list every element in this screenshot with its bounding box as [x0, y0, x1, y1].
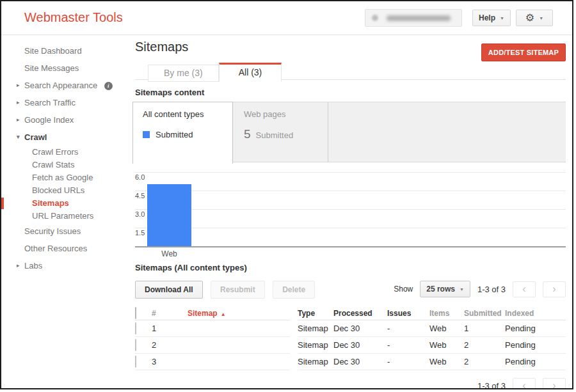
show-label: Show [394, 285, 413, 294]
col-header-num[interactable]: # [152, 309, 188, 318]
sidebar-item-fetch-as-google[interactable]: Fetch as Google [1, 171, 127, 184]
legend-row: Submitted [143, 130, 232, 139]
expand-right-icon: ▸ [17, 94, 20, 111]
sidebar-item-site-dashboard[interactable]: Site Dashboard [1, 42, 127, 59]
sidebar-item-blocked-urls[interactable]: Blocked URLs [1, 184, 127, 197]
web-pages-count-label: Submitted [256, 130, 294, 140]
redacted-site-url [387, 15, 451, 21]
gear-icon: ⚙ [525, 13, 534, 23]
y-tick-label: 4.5 [135, 192, 145, 200]
rows-per-page-dropdown[interactable]: 25 rows ▼ [420, 281, 470, 297]
settings-button[interactable]: ⚙ ▼ [516, 10, 553, 26]
submitted-legend-label: Submitted [156, 130, 193, 139]
help-button[interactable]: Help ▼ [472, 10, 511, 26]
expand-right-icon: ▸ [17, 257, 20, 274]
submitted-bar-chart: 6.0 4.5 3.0 1.5 Web [135, 169, 566, 255]
table-row: 3 Sitemap Dec 30 - Web 2 Pending [135, 354, 566, 370]
tab-all[interactable]: All (3) [219, 63, 282, 82]
download-all-button[interactable]: Download All [135, 281, 203, 299]
sitemaps-content-heading: Sitemaps content [135, 88, 566, 98]
expand-down-icon: ▾ [17, 129, 20, 146]
submitted-legend-swatch [143, 131, 150, 138]
webmaster-tools-window: Webmaster Tools Help ▼ ⚙ ▼ Site Dashboar… [0, 0, 573, 389]
col-header-items[interactable]: Items [429, 309, 464, 318]
sidebar-item-other-resources[interactable]: Other Resources [1, 240, 127, 257]
sitemaps-table-heading: Sitemaps (All content types) [135, 263, 566, 273]
toolbar-right-cluster: Show 25 rows ▼ 1-3 of 3 ‹ › [394, 281, 566, 297]
main-content: Sitemaps ADD/TEST SITEMAP By me (3)All (… [127, 36, 572, 388]
sidebar-item-site-messages[interactable]: Site Messages [1, 59, 127, 77]
next-page-button[interactable]: › [543, 378, 566, 389]
prev-page-button[interactable]: ‹ [513, 281, 536, 297]
add-test-sitemap-button[interactable]: ADD/TEST SITEMAP [481, 43, 566, 61]
caret-down-icon: ▼ [539, 16, 543, 20]
card-web-title: Web pages [244, 109, 328, 119]
gridline [135, 209, 566, 210]
site-selector-button[interactable] [365, 9, 462, 27]
card-all-title: All content types [143, 109, 232, 119]
caret-down-icon: ▼ [460, 287, 464, 292]
gridline [135, 191, 566, 191]
col-header-sitemap[interactable]: Sitemap▲ [188, 309, 290, 318]
y-tick-label: 6.0 [135, 173, 145, 181]
sidebar-item-security-issues[interactable]: Security Issues [1, 223, 127, 240]
y-tick-label: 3.0 [135, 210, 145, 218]
redacted-site-favicon [372, 15, 378, 21]
table-row: 1 Sitemap Dec 30 - Web 1 Pending [135, 320, 566, 337]
sidebar-item-google-index[interactable]: ▸ Google Index [1, 111, 127, 129]
select-all-checkbox[interactable] [135, 307, 136, 319]
chevron-right-icon: › [552, 283, 556, 294]
app-logo: Webmaster Tools [24, 10, 123, 25]
top-header: Webmaster Tools Help ▼ ⚙ ▼ [1, 1, 572, 35]
tab-bar: By me (3)All (3) [135, 63, 566, 80]
info-icon[interactable]: i [104, 82, 113, 90]
row-checkbox[interactable] [135, 356, 136, 368]
table-row: 2 Sitemap Dec 30 - Web 2 Pending [135, 337, 566, 354]
help-label: Help [479, 13, 495, 22]
pagination-range: 1-3 of 3 [477, 381, 506, 389]
sidebar-nav: Site Dashboard Site Messages ▸ Search Ap… [1, 36, 127, 388]
chevron-right-icon: › [552, 380, 556, 389]
web-pages-count: 5 [244, 127, 251, 141]
sort-asc-icon: ▲ [221, 311, 226, 317]
next-page-button[interactable]: › [543, 281, 566, 297]
sidebar-item-sitemaps[interactable]: Sitemaps [1, 197, 127, 210]
col-header-issues[interactable]: Issues [387, 309, 429, 318]
card-web-pages[interactable]: Web pages 5 Submitted [233, 102, 328, 162]
row-checkbox[interactable] [135, 339, 136, 351]
col-header-submitted[interactable]: Submitted [464, 309, 505, 318]
sidebar-item-crawl[interactable]: ▾ Crawl [1, 129, 127, 146]
chevron-left-icon: ‹ [522, 283, 525, 294]
resubmit-button[interactable]: Resubmit [211, 281, 265, 299]
x-category-label: Web [147, 249, 191, 258]
tab-by-me[interactable]: By me (3) [148, 65, 219, 82]
col-header-indexed[interactable]: Indexed [505, 309, 566, 318]
prev-page-button[interactable]: ‹ [513, 378, 536, 389]
y-tick-label: 1.5 [135, 229, 145, 237]
table-header-row: # Sitemap▲ Type Processed Issues Items S… [135, 306, 566, 320]
content-type-panel: All content types Submitted Web pages 5 … [135, 102, 566, 162]
sidebar-item-crawl-errors[interactable]: Crawl Errors [1, 146, 127, 159]
pagination-range: 1-3 of 3 [477, 285, 506, 294]
caret-down-icon: ▼ [500, 16, 504, 20]
col-header-type[interactable]: Type [298, 309, 333, 318]
sidebar-item-search-appearance[interactable]: ▸ Search Appearance i [1, 77, 127, 94]
sidebar-item-labs[interactable]: ▸ Labs [1, 257, 127, 274]
sitemaps-table: # Sitemap▲ Type Processed Issues Items S… [135, 306, 566, 370]
expand-right-icon: ▸ [17, 111, 20, 129]
sidebar-item-crawl-stats[interactable]: Crawl Stats [1, 159, 127, 171]
web-submitted-bar[interactable] [147, 184, 191, 246]
sidebar-item-search-traffic[interactable]: ▸ Search Traffic [1, 94, 127, 111]
gridline [135, 172, 566, 173]
card-all-content-types[interactable]: All content types Submitted [132, 102, 233, 164]
chevron-left-icon: ‹ [522, 380, 525, 389]
x-axis-line [135, 246, 566, 247]
expand-right-icon: ▸ [17, 77, 20, 94]
delete-button[interactable]: Delete [273, 281, 315, 299]
gridline [135, 228, 566, 228]
row-checkbox[interactable] [135, 322, 136, 334]
web-pages-count-row: 5 Submitted [244, 127, 328, 141]
sidebar-item-url-parameters[interactable]: URL Parameters [1, 210, 127, 223]
col-header-processed[interactable]: Processed [333, 309, 387, 318]
table-toolbar: Download All Resubmit Delete Show 25 row… [135, 281, 566, 300]
